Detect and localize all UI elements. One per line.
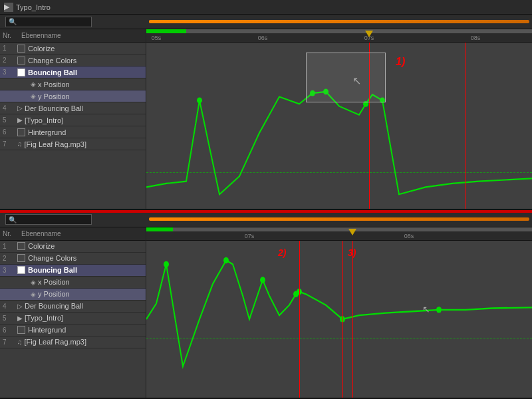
ruler-tick: 08s — [404, 233, 414, 239]
graph-content-top: 1) ↖ — [146, 43, 532, 209]
app-icon: ▶ — [4, 3, 13, 12]
cursor-arrow: ↖ — [352, 74, 361, 87]
ruler-bar — [146, 227, 532, 231]
playhead-marker-bottom — [348, 229, 356, 235]
col-nr-label: Nr. — [3, 230, 21, 237]
layer-item[interactable]: 2 Change Colors — [0, 55, 146, 66]
keyframe-icon: ◈ — [31, 291, 36, 298]
annotation-2: 2) — [278, 247, 286, 258]
layer-item-x-position[interactable]: ◈ x Position — [0, 78, 146, 90]
keyframe-icon: ◈ — [31, 279, 36, 286]
annotation-3: 3) — [348, 247, 356, 258]
section-body-top: Nr. Ebenenname 1 Colorize 2 Change Color… — [0, 29, 532, 209]
layer-item[interactable]: 1 Colorize — [0, 241, 146, 253]
green-range — [146, 29, 186, 33]
layer-item[interactable]: 2 Change Colors — [0, 253, 146, 265]
layer-panel-bottom: Nr. Ebenenname 1 Colorize 2 Change Color… — [0, 227, 146, 398]
layer-item-bouncing-ball[interactable]: 3 Bouncing Ball — [0, 66, 146, 78]
section-header-bottom: 🔍 — [0, 213, 532, 227]
layer-item-der-bouncing-ball[interactable]: 4 ▷ Der Bouncing Ball — [0, 102, 146, 114]
playhead-marker-top — [365, 31, 373, 37]
ruler-tick: 08s — [471, 35, 481, 41]
ruler-bottom: 07s 08s — [146, 227, 532, 241]
section-header-top: 🔍 — [0, 15, 532, 29]
comp-icon: ▶ — [17, 315, 23, 322]
red-line-b1 — [299, 241, 300, 398]
timeline-top: 05s 06s 07s 08s 09s — [146, 29, 532, 209]
layer-header-bottom: Nr. Ebenenname — [0, 227, 146, 241]
red-line-top — [466, 43, 466, 209]
graph-svg-bottom — [146, 241, 532, 398]
layer-color — [17, 266, 25, 274]
timeline-bottom: 07s 08s — [146, 227, 532, 398]
ruler-tick: 06s — [258, 35, 268, 41]
section-body-bottom: Nr. Ebenenname 1 Colorize 2 Change Color… — [0, 227, 532, 398]
layer-item-hintergrund-b[interactable]: 6 Hintergrund — [0, 325, 146, 336]
layer-color — [17, 254, 25, 262]
ruler-tick: 07s — [245, 233, 255, 239]
layer-item-bouncing-ball-b[interactable]: 3 Bouncing Ball — [0, 265, 146, 277]
layer-header-top: Nr. Ebenenname — [0, 29, 146, 43]
layer-item[interactable]: 1 Colorize — [0, 43, 146, 55]
layer-item-y-pos-b[interactable]: ◈ y Position — [0, 289, 146, 301]
graph-content-bottom: 2) 3) ↖ — [146, 241, 532, 398]
layer-rows-bottom: 1 Colorize 2 Change Colors 3 Bouncing Ba… — [0, 241, 146, 348]
annotation-1: 1) — [396, 56, 405, 68]
audio-icon: ♫ — [17, 140, 23, 148]
graph-section-top: 🔍 Nr. Ebenenname 1 — [0, 15, 532, 210]
layer-color — [17, 326, 25, 334]
layer-item-audio[interactable]: 7 ♫ [Fig Leaf Rag.mp3] — [0, 138, 146, 150]
search-box-top[interactable]: 🔍 — [5, 17, 92, 27]
main-panel: 🔍 Nr. Ebenenname 1 — [0, 15, 532, 399]
audio-icon: ♫ — [17, 338, 23, 346]
layer-color — [17, 45, 25, 53]
layer-item-x-pos-b[interactable]: ◈ x Position — [0, 277, 146, 289]
layer-color — [17, 68, 25, 76]
col-nr-label: Nr. — [3, 32, 21, 39]
layer-item-y-position[interactable]: ◈ y Position — [0, 90, 146, 102]
search-icon: 🔍 — [9, 216, 17, 223]
layer-item-typo-intro[interactable]: 5 ▶ [Typo_Intro] — [0, 114, 146, 126]
keyframe-icon: ◈ — [31, 80, 36, 88]
red-line-b2 — [342, 241, 343, 398]
layer-rows-top: 1 Colorize 2 Change Colors 3 Bounci — [0, 43, 146, 150]
graph-section-bottom: 🔍 Nr. Ebenenname 1 Colorize — [0, 213, 532, 399]
svg-point-7 — [260, 277, 265, 283]
top-bar: ▶ Typo_Intro — [0, 0, 532, 15]
folder-icon: ▷ — [17, 104, 23, 112]
green-range — [146, 227, 173, 231]
layer-item-audio-b[interactable]: 7 ♫ [Fig Leaf Rag.mp3] — [0, 336, 146, 348]
keyframe-icon: ◈ — [31, 92, 36, 100]
svg-point-0 — [197, 98, 202, 104]
layer-item-typo-intro-b[interactable]: 5 ▶ [Typo_Intro] — [0, 313, 146, 325]
layer-item-der-bouncing-ball-b[interactable]: 4 ▷ Der Bouncing Ball — [0, 301, 146, 313]
ruler-tick: 05s — [152, 35, 162, 41]
layer-panel-top: Nr. Ebenenname 1 Colorize 2 Change Color… — [0, 29, 146, 209]
cursor-arrow-bottom: ↖ — [422, 304, 430, 315]
svg-point-11 — [436, 307, 442, 313]
selection-box — [306, 53, 386, 102]
ruler-bar — [146, 29, 532, 33]
col-name-label: Ebenenname — [21, 32, 143, 39]
ruler-top: 05s 06s 07s 08s 09s — [146, 29, 532, 43]
svg-point-6 — [223, 257, 229, 263]
folder-icon: ▷ — [17, 303, 23, 310]
window-title: Typo_Intro — [16, 3, 51, 11]
search-icon: 🔍 — [9, 18, 17, 25]
layer-color — [17, 128, 25, 136]
search-box-bottom[interactable]: 🔍 — [5, 214, 92, 225]
comp-icon: ▶ — [17, 116, 23, 124]
svg-point-5 — [164, 261, 169, 267]
layer-color — [17, 242, 25, 250]
layer-item-hintergrund[interactable]: 6 Hintergrund — [0, 126, 146, 138]
col-name-label: Ebenenname — [21, 230, 143, 237]
layer-color — [17, 57, 25, 65]
